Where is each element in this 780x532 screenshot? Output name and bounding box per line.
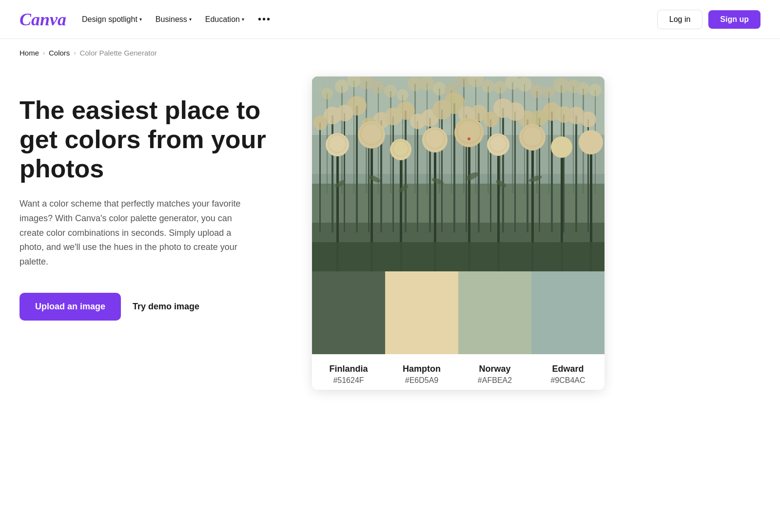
svg-rect-24 (573, 86, 574, 193)
swatch-norway (458, 271, 531, 354)
svg-rect-58 (502, 108, 504, 232)
nav-design-spotlight[interactable]: Design spotlight ▾ (82, 15, 142, 24)
svg-point-96 (581, 112, 596, 127)
breadcrumb-separator-1: › (43, 50, 45, 57)
main-content: The easiest place to get colors from you… (0, 57, 634, 419)
color-labels: Finlandia #51624F Hampton #E6D5A9 Norway… (312, 354, 604, 390)
svg-rect-62 (319, 123, 321, 232)
svg-point-28 (384, 85, 397, 97)
color-swatches (312, 271, 604, 354)
svg-point-94 (532, 110, 547, 126)
svg-point-40 (397, 89, 409, 101)
swatch-finlandia (312, 271, 385, 354)
svg-point-114 (579, 130, 603, 154)
svg-rect-70 (514, 112, 516, 232)
svg-point-34 (530, 84, 544, 98)
svg-point-85 (313, 115, 328, 130)
nav-education[interactable]: Education ▾ (205, 15, 244, 24)
image-card: Finlandia #51624F Hampton #E6D5A9 Norway… (312, 76, 604, 390)
color-label-norway: Norway #AFBEA2 (458, 364, 531, 385)
svg-point-32 (482, 80, 494, 93)
breadcrumb: Home › Colors › Color Palette Generator (0, 39, 780, 57)
color-name-hampton: Hampton (385, 364, 458, 374)
hero-description: Want a color scheme that perfectly match… (20, 197, 244, 269)
nav-left: Canva Design spotlight ▾ Business ▾ Educ… (20, 9, 271, 30)
color-label-finlandia: Finlandia #51624F (312, 364, 385, 385)
svg-rect-63 (344, 113, 345, 232)
flower-svg (312, 76, 604, 271)
color-label-hampton: Hampton #E6D5A9 (385, 364, 458, 385)
svg-point-88 (385, 108, 402, 125)
svg-rect-60 (551, 112, 553, 232)
svg-rect-130 (312, 242, 604, 271)
chevron-icon: ▾ (189, 17, 192, 22)
svg-point-86 (336, 105, 353, 121)
svg-point-92 (483, 112, 499, 127)
signup-button[interactable]: Sign up (708, 10, 760, 29)
svg-rect-6 (414, 84, 416, 193)
svg-point-39 (372, 81, 385, 94)
svg-rect-61 (575, 115, 577, 232)
nav-more-dots[interactable]: ••• (258, 14, 271, 25)
breadcrumb-current: Color Palette Generator (79, 49, 156, 57)
navbar: Canva Design spotlight ▾ Business ▾ Educ… (0, 0, 780, 39)
color-hex-norway: #AFBEA2 (478, 376, 512, 384)
svg-point-45 (517, 77, 532, 92)
action-buttons: Upload an image Try demo image (20, 293, 283, 321)
color-label-edward: Edward #9CB4AC (531, 364, 604, 385)
svg-rect-66 (417, 121, 418, 232)
color-name-edward: Edward (531, 364, 604, 374)
svg-point-41 (420, 76, 434, 91)
svg-rect-54 (405, 111, 407, 232)
chevron-icon: ▾ (139, 17, 142, 22)
color-name-finlandia: Finlandia (312, 364, 385, 374)
svg-rect-51 (332, 115, 333, 232)
hero-title: The easiest place to get colors from you… (20, 96, 283, 183)
breadcrumb-colors[interactable]: Colors (49, 49, 70, 57)
svg-point-44 (494, 81, 507, 94)
svg-rect-65 (392, 116, 394, 232)
try-demo-button[interactable]: Try demo image (133, 302, 199, 312)
svg-rect-52 (356, 106, 358, 232)
nav-business[interactable]: Business ▾ (156, 15, 192, 24)
svg-rect-5 (390, 91, 391, 193)
svg-point-89 (410, 114, 426, 129)
svg-rect-10 (512, 82, 513, 193)
color-hex-edward: #9CB4AC (550, 376, 585, 384)
color-hex-finlandia: #51624F (333, 376, 364, 384)
color-name-norway: Norway (458, 364, 531, 374)
chevron-icon: ▾ (242, 17, 244, 22)
canva-logo[interactable]: Canva (20, 9, 66, 30)
breadcrumb-separator-2: › (74, 50, 76, 57)
svg-point-113 (551, 136, 572, 158)
nav-auth-buttons: Log in Sign up (657, 10, 760, 29)
color-hex-hampton: #E6D5A9 (405, 376, 439, 384)
svg-point-48 (589, 84, 602, 96)
svg-rect-67 (441, 110, 443, 232)
left-panel: The easiest place to get colors from you… (20, 76, 283, 321)
svg-point-37 (321, 88, 333, 99)
svg-rect-72 (563, 114, 565, 232)
svg-point-95 (556, 106, 572, 123)
login-button[interactable]: Log in (657, 10, 703, 29)
nav-links: Design spotlight ▾ Business ▾ Education … (82, 14, 271, 25)
svg-point-93 (506, 102, 525, 121)
flower-image (312, 76, 604, 271)
upload-image-button[interactable]: Upload an image (20, 293, 121, 321)
svg-rect-56 (453, 103, 455, 232)
svg-point-47 (566, 79, 580, 93)
svg-point-46 (543, 86, 555, 98)
breadcrumb-home[interactable]: Home (20, 49, 39, 57)
right-panel: Finlandia #51624F Hampton #E6D5A9 Norway… (312, 76, 614, 390)
swatch-edward (531, 271, 604, 354)
svg-point-122 (468, 137, 470, 140)
svg-point-90 (432, 100, 452, 119)
svg-point-30 (432, 82, 446, 95)
svg-point-26 (335, 79, 349, 93)
swatch-hampton (385, 271, 458, 354)
